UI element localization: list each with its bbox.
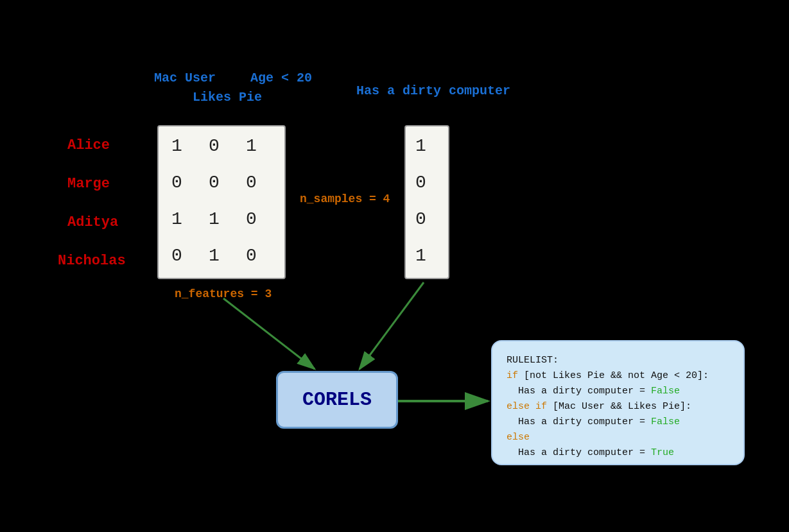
cell-r3c2: 1 xyxy=(209,209,220,229)
target-r3: 0 xyxy=(415,209,426,229)
header-mac-user: Mac User xyxy=(154,71,216,85)
target-r2: 0 xyxy=(415,173,426,193)
cell-r2c2: 0 xyxy=(209,173,220,193)
cell-r4c1: 0 xyxy=(171,246,182,266)
svg-line-1 xyxy=(223,298,315,369)
row-label-alice: Alice xyxy=(67,137,110,153)
row-label-marge: Marge xyxy=(67,176,110,192)
header-likes-pie: Likes Pie xyxy=(193,90,262,105)
feature-matrix: 1 0 1 0 0 0 1 1 0 0 1 0 xyxy=(157,125,286,279)
header-age-lt-20: Age < 20 xyxy=(250,71,312,85)
corels-box: CORELS xyxy=(276,371,398,429)
diagram: Mac User Likes Pie Age < 20 Has a dirty … xyxy=(0,0,789,532)
target-r4: 1 xyxy=(415,246,426,266)
cell-r4c3: 0 xyxy=(246,246,257,266)
cell-r1c3: 1 xyxy=(246,136,257,156)
rulelist-content: RULELIST: if [not Likes Pie && not Age <… xyxy=(507,353,729,461)
cell-r3c3: 0 xyxy=(246,209,257,229)
svg-line-2 xyxy=(360,282,424,369)
cell-r3c1: 1 xyxy=(171,209,182,229)
cell-r4c2: 1 xyxy=(209,246,220,266)
cell-r2c1: 0 xyxy=(171,173,182,193)
cell-r2c3: 0 xyxy=(246,173,257,193)
n-features-label: n_features = 3 xyxy=(175,287,272,300)
rulelist-box: RULELIST: if [not Likes Pie && not Age <… xyxy=(491,340,745,465)
target-matrix: 1 0 0 1 xyxy=(404,125,449,279)
corels-label: CORELS xyxy=(302,389,372,411)
row-label-aditya: Aditya xyxy=(67,214,118,230)
target-r1: 1 xyxy=(415,136,426,156)
cell-r1c1: 1 xyxy=(171,136,182,156)
row-label-nicholas: Nicholas xyxy=(58,253,126,269)
cell-r1c2: 0 xyxy=(209,136,220,156)
n-samples-label: n_samples = 4 xyxy=(300,193,390,205)
header-dirty-computer: Has a dirty computer xyxy=(356,83,510,98)
